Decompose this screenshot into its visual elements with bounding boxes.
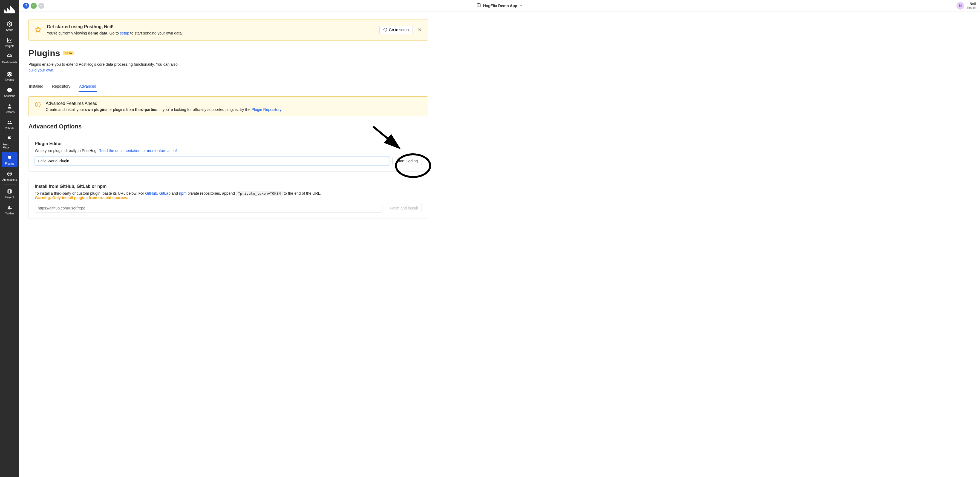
github-link[interactable]: GitHub [145, 191, 157, 196]
repo-url-input[interactable] [35, 204, 382, 212]
sliders-icon [7, 205, 12, 211]
plugin-editor-title: Plugin Editor [35, 141, 422, 146]
tab-repository[interactable]: Repository [51, 81, 71, 92]
plugin-editor-desc: Write your plugin directly in PostHog. R… [35, 148, 422, 153]
beta-badge: BETA [63, 51, 74, 55]
install-card: Install from GitHub, GitLab or npm To in… [29, 178, 428, 219]
svg-line-23 [27, 6, 27, 6]
layout-icon [477, 3, 481, 8]
logo [5, 5, 15, 14]
check-icon [32, 3, 35, 8]
user-org: Hogflix [967, 6, 976, 9]
sidebar-item-label: Annotations [2, 178, 17, 181]
avatar: N [956, 2, 964, 10]
svg-marker-2 [10, 5, 15, 13]
status-ok-button[interactable] [31, 3, 37, 9]
svg-point-22 [25, 4, 27, 6]
collapse-button[interactable] [38, 3, 45, 9]
chart-line-icon [7, 38, 12, 43]
documentation-link[interactable]: Read the documentation for more informat… [99, 148, 177, 153]
sidebar-item-cohorts[interactable]: Cohorts [2, 117, 18, 132]
svg-point-11 [9, 174, 10, 174]
user-menu[interactable]: N Neil Hogflix [956, 2, 976, 10]
sidebar-item-events[interactable]: Events [2, 69, 18, 83]
sidebar-item-feat-flags[interactable]: Feat. Flags [2, 133, 18, 151]
sidebar-item-toolbar[interactable]: Toolbar [2, 202, 18, 217]
sidebar-item-label: Feat. Flags [3, 143, 16, 149]
close-icon[interactable]: ✕ [418, 27, 422, 33]
people-icon [7, 120, 12, 126]
setup-link[interactable]: setup [120, 31, 129, 35]
svg-point-21 [10, 208, 11, 209]
svg-rect-13 [8, 190, 11, 193]
gear-icon [7, 21, 12, 27]
npm-link[interactable]: npm [179, 191, 186, 196]
svg-point-10 [8, 174, 9, 174]
sidebar-item-label: Setup [6, 29, 13, 32]
install-title: Install from GitHub, GitLab or npm [35, 184, 422, 189]
svg-point-17 [8, 207, 8, 208]
sidebar-item-label: Plugins [5, 162, 14, 165]
sidebar-item-label: Project [5, 196, 14, 199]
tab-installed[interactable]: Installed [29, 81, 44, 92]
svg-point-27 [385, 29, 386, 30]
tabs: Installed Repository Advanced [29, 81, 428, 92]
build-your-own-link[interactable]: build your own. [29, 68, 54, 72]
plugin-name-input[interactable] [35, 156, 389, 165]
sidebar-item-label: Persons [5, 111, 15, 114]
sidebar-item-sessions[interactable]: Sessions [2, 85, 18, 100]
project-icon [7, 189, 12, 195]
advanced-options-heading: Advanced Options [29, 123, 428, 130]
divider [3, 67, 16, 67]
sidebar-item-setup[interactable]: Setup [2, 19, 18, 34]
banner-text: You're currently viewing demo data. Go t… [47, 31, 181, 35]
topbar: HogFlix Demo App N Neil Hogflix [19, 0, 980, 11]
svg-rect-24 [477, 3, 480, 7]
chevron-up-icon [40, 3, 43, 8]
sidebar-item-label: Sessions [4, 94, 15, 97]
adv-warn-title: Advanced Features Ahead [46, 101, 282, 106]
svg-point-12 [10, 174, 11, 174]
sidebar: Setup Insights Dashboards Events Session… [0, 0, 19, 477]
svg-point-8 [10, 121, 11, 122]
sidebar-item-label: Dashboards [2, 61, 17, 64]
fetch-install-button[interactable]: Fetch and install [386, 204, 422, 212]
gear-icon [383, 28, 387, 32]
get-started-banner: Get started using Posthog, Neil! You're … [29, 19, 428, 40]
search-button[interactable] [23, 3, 29, 9]
svg-point-6 [9, 104, 11, 106]
plug-icon [7, 155, 12, 161]
start-coding-button[interactable]: Start Coding [392, 157, 422, 165]
install-warning: Warning: Only install plugins from trust… [35, 196, 128, 200]
go-to-setup-button[interactable]: Go to setup [379, 26, 413, 34]
sidebar-item-label: Events [5, 78, 14, 81]
banner-title: Get started using Posthog, Neil! [47, 24, 181, 29]
plugin-editor-card: Plugin Editor Write your plugin directly… [29, 135, 428, 172]
tab-advanced[interactable]: Advanced [79, 81, 97, 92]
sidebar-item-plugins[interactable]: Plugins [2, 152, 18, 167]
gitlab-link[interactable]: GitLab [159, 191, 170, 196]
sidebar-item-project[interactable]: Project [2, 186, 18, 201]
install-desc: To install a third-party or custom plugi… [35, 191, 422, 200]
flag-icon [7, 136, 12, 142]
sidebar-item-insights[interactable]: Insights [2, 35, 18, 50]
page-title: Plugins [29, 48, 60, 58]
search-icon [24, 3, 28, 8]
user-name: Neil [970, 2, 976, 6]
clock-icon [7, 87, 12, 93]
person-icon [7, 104, 12, 110]
sidebar-item-label: Insights [5, 45, 14, 48]
app-switcher[interactable]: HogFlix Demo App [477, 3, 523, 8]
sidebar-item-label: Toolbar [5, 212, 14, 215]
svg-marker-26 [35, 27, 41, 32]
svg-point-19 [9, 206, 10, 207]
page-description: Plugins enable you to extend PostHog's c… [29, 62, 182, 73]
sidebar-item-annotations[interactable]: Annotations [2, 168, 18, 183]
plugin-repository-link[interactable]: Plugin Repository [251, 107, 282, 112]
svg-point-7 [8, 121, 9, 122]
sidebar-item-dashboards[interactable]: Dashboards [2, 51, 18, 66]
sidebar-item-persons[interactable]: Persons [2, 101, 18, 116]
token-code: ?private_token=TOKEN [236, 191, 283, 196]
sidebar-item-label: Cohorts [5, 127, 14, 130]
svg-point-30 [38, 106, 38, 106]
